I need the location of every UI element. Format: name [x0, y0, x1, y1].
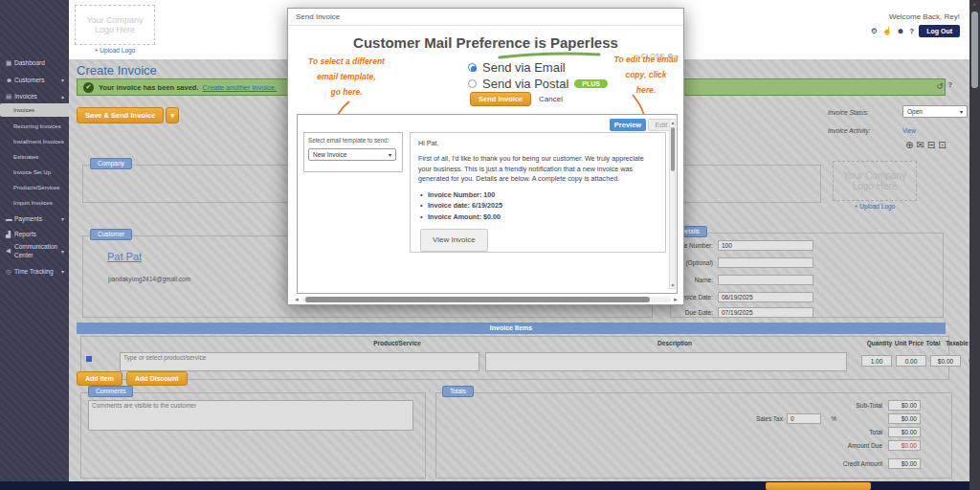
- invoice-date-input[interactable]: 06/19/2025: [718, 292, 813, 302]
- name-field-input[interactable]: [718, 275, 813, 285]
- email-vertical-scrollbar[interactable]: ▲ ▼: [669, 119, 676, 289]
- scrollbar-thumb[interactable]: [671, 127, 675, 171]
- time-tracking-icon: ◷: [6, 268, 14, 276]
- topbar-icons: ⚙ ☝ ☻ ? Log Out: [871, 25, 960, 37]
- sidebar-subitem-invoice-set-up[interactable]: Invoice Set Up: [0, 166, 69, 179]
- page-scrollbar[interactable]: ▲: [969, 0, 980, 490]
- unit-price-input[interactable]: 0.00: [896, 355, 926, 367]
- sidebar-item-dashboard[interactable]: ▦ Dashboard: [0, 56, 69, 70]
- invoice-activity-view-link[interactable]: View: [902, 127, 916, 134]
- gear-icon[interactable]: ⚙: [871, 27, 878, 35]
- logo-text: Your Company Logo Here: [841, 170, 908, 191]
- create-another-invoice-link[interactable]: Create another invoice.: [202, 83, 277, 92]
- total-value: $0.00: [888, 427, 921, 437]
- line-total-value: $0.00: [930, 355, 961, 367]
- email-body: First of all, I'd like to thank you for …: [418, 154, 657, 184]
- row-handle-icon[interactable]: [86, 356, 92, 362]
- chevron-down-icon: ▾: [960, 108, 963, 115]
- history-icon[interactable]: ↺: [936, 81, 944, 91]
- sidebar-item-time-tracking[interactable]: ◷ Time Tracking ▾: [0, 264, 69, 278]
- credit-amount-label: Credit Amount: [605, 460, 882, 467]
- template-select-box: Select email template to send: New Invoi…: [303, 132, 403, 172]
- upload-logo-link[interactable]: + Upload Logo: [75, 47, 155, 54]
- add-item-button[interactable]: Add Item: [77, 371, 122, 386]
- customer-section-label: Customer: [90, 229, 132, 240]
- sidebar-subitem-installment-invoices[interactable]: Installment Invoices: [0, 135, 69, 148]
- invoices-icon: ▤: [6, 93, 14, 100]
- optional-field-input[interactable]: [718, 257, 813, 268]
- user-icon[interactable]: ☻: [897, 27, 904, 35]
- scroll-up-icon[interactable]: ▲: [670, 120, 676, 125]
- sidebar-subitem-products-services[interactable]: Products/Services: [0, 181, 69, 194]
- view-invoice-button[interactable]: View Invoice: [420, 229, 488, 252]
- sidebar-item-communication-center[interactable]: ◀ Communication Center ▾: [0, 240, 69, 261]
- sidebar-subitem-import-invoices[interactable]: Import Invoices: [0, 196, 69, 210]
- printer-icon[interactable]: ⊟: [927, 140, 938, 150]
- due-date-label: Due Date:: [627, 309, 713, 316]
- column-header-taxable: Taxable: [941, 340, 973, 346]
- scroll-down-icon[interactable]: ▼: [670, 282, 676, 288]
- sidebar-item-label: Payments: [14, 215, 42, 222]
- comments-textarea[interactable]: [88, 400, 413, 431]
- sidebar-subitem-recurring-invoices[interactable]: Recurring Invoices: [0, 120, 69, 133]
- due-date-input[interactable]: 07/19/2025: [718, 307, 813, 318]
- save-send-invoice-button[interactable]: Save & Send Invoice: [77, 107, 164, 123]
- sales-tax-rate-input[interactable]: 0: [787, 413, 821, 424]
- company-logo-placeholder[interactable]: Your Company Logo Here: [75, 5, 155, 45]
- footer-save-send-button[interactable]: [766, 482, 871, 490]
- invoice-activity-label: Invoice Activity:: [828, 127, 871, 134]
- scroll-up-icon[interactable]: ▲: [971, 1, 977, 7]
- send-invoice-button[interactable]: Send Invoice: [470, 92, 531, 106]
- customer-name-link[interactable]: Pat Pat: [107, 251, 142, 262]
- scroll-right-icon[interactable]: ►: [673, 297, 679, 302]
- scrollbar-thumb[interactable]: [305, 297, 650, 302]
- scrollbar-thumb[interactable]: [971, 11, 978, 88]
- app-window: ▦ Dashboard ☻ Customers ▾ ▤ Invoices ▴ I…: [0, 0, 980, 490]
- customers-icon: ☻: [6, 77, 14, 83]
- save-send-dropdown-button[interactable]: ▾: [166, 107, 179, 123]
- email-bullets: Invoice Number: 100 Invoice date: 6/19/2…: [418, 190, 657, 222]
- cancel-link[interactable]: Cancel: [539, 95, 563, 103]
- scroll-left-icon[interactable]: ◄: [294, 297, 300, 302]
- template-select[interactable]: New Invoice ▾: [308, 148, 396, 161]
- sidebar-subitem-invoices[interactable]: Invoices: [0, 103, 69, 117]
- send-via-postal-option[interactable]: Send via Postal PLUS: [468, 77, 608, 91]
- send-via-email-option[interactable]: Send via Email: [468, 60, 566, 75]
- invoice-items-header: Invoice Items: [77, 323, 946, 334]
- invoice-number-input[interactable]: 100: [718, 240, 813, 251]
- sidebar-item-label: Time Tracking: [14, 268, 54, 275]
- sidebar-item-label: Reports: [14, 231, 36, 237]
- devices-icon[interactable]: ⊡: [938, 140, 948, 150]
- sidebar-item-customers[interactable]: ☻ Customers ▾: [0, 73, 69, 87]
- mail-icon[interactable]: ✉: [916, 140, 926, 150]
- logout-button[interactable]: Log Out: [919, 25, 960, 37]
- email-preview: Hi Pat, First of all, I'd like to thank …: [410, 132, 666, 253]
- invoice-status-select[interactable]: Open ▾: [902, 105, 968, 118]
- totals-section-label: Totals: [442, 386, 474, 397]
- sidebar-subitem-estimates[interactable]: Estimates: [0, 150, 69, 164]
- globe-icon[interactable]: ⊕: [905, 140, 916, 150]
- sidebar-item-invoices[interactable]: ▤ Invoices ▴: [0, 89, 69, 103]
- sidebar-item-label: Customers: [14, 77, 44, 83]
- invoice-logo-placeholder[interactable]: Your Company Logo Here: [833, 161, 917, 201]
- add-discount-button[interactable]: Add Discount: [126, 371, 188, 386]
- column-header-description: Description: [493, 340, 857, 346]
- sidebar-item-reports[interactable]: ▟ Reports: [0, 227, 69, 241]
- history-help-icons: ↺ ?: [936, 81, 952, 91]
- upload-logo-link[interactable]: + Upload Logo: [833, 203, 917, 210]
- description-input[interactable]: [485, 352, 847, 371]
- help-icon[interactable]: ?: [909, 27, 914, 35]
- credit-amount-value: $0.00: [888, 458, 921, 469]
- sidebar-item-label: Communication Center: [14, 242, 56, 258]
- thumbs-up-icon[interactable]: ☝: [882, 27, 892, 35]
- preview-tab[interactable]: Preview: [610, 119, 646, 131]
- total-label: Total: [605, 429, 882, 435]
- product-service-input[interactable]: [120, 352, 479, 371]
- chevron-down-icon: ▾: [389, 151, 391, 158]
- chevron-up-icon: ▴: [61, 93, 64, 100]
- sidebar-item-payments[interactable]: ▬ Payments ▾: [0, 212, 69, 226]
- help-icon[interactable]: ?: [948, 81, 952, 91]
- quantity-input[interactable]: 1.00: [861, 355, 892, 367]
- email-panel: Select email template to send: New Invoi…: [297, 114, 678, 294]
- modal-horizontal-scrollbar[interactable]: ◄ ►: [294, 296, 679, 303]
